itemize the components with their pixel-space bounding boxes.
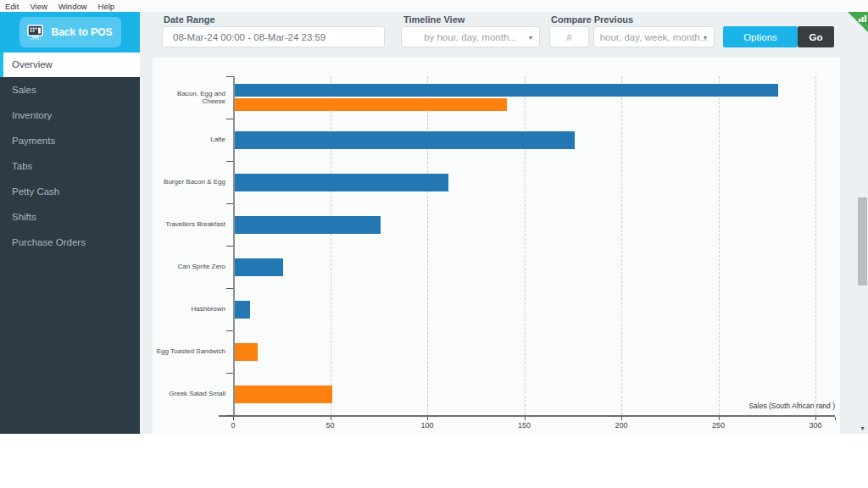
gridline-200 xyxy=(621,76,622,415)
scrollbar-thumb[interactable] xyxy=(858,197,867,286)
sidebar-item-purchase-orders[interactable]: Purchase Orders xyxy=(0,230,140,255)
chevron-down-icon: ▾ xyxy=(529,34,532,42)
y-tick xyxy=(226,330,233,331)
x-tick-200 xyxy=(621,417,622,420)
menubar: EditViewWindowHelp xyxy=(0,0,868,12)
y-tick xyxy=(226,119,233,119)
y-tick xyxy=(226,415,233,416)
x-tick-100 xyxy=(427,417,428,420)
date-range-label: Date Range xyxy=(164,14,215,25)
sidebar-item-sales[interactable]: Sales xyxy=(0,77,140,103)
compare-previous-label: Compare Previous xyxy=(551,14,633,25)
menu-item-help[interactable]: Help xyxy=(98,2,115,11)
x-tick-label-0: 0 xyxy=(216,421,250,430)
gridline-50 xyxy=(331,76,331,415)
bar-current-0 xyxy=(235,84,778,97)
bar-current-3 xyxy=(235,216,381,234)
gridline-100 xyxy=(427,76,428,415)
y-tick xyxy=(226,288,233,289)
category-label-1: Latte xyxy=(153,119,225,161)
back-to-pos-label: Back to POS xyxy=(51,26,112,38)
x-axis-line xyxy=(219,415,835,417)
sidebar-item-shifts[interactable]: Shifts xyxy=(0,204,140,230)
vertical-scrollbar: ▾ xyxy=(858,12,867,434)
category-label-5: Hashbrown xyxy=(153,288,225,330)
menu-item-view[interactable]: View xyxy=(30,2,47,11)
y-tick xyxy=(226,373,233,374)
x-axis-title: Sales (South African rand ) xyxy=(576,402,835,410)
sidebar-header: Back to POS xyxy=(0,12,140,53)
category-label-0: Bacon, Egg and Cheese xyxy=(153,76,225,119)
category-label-4: Can Sprite Zero xyxy=(153,246,225,288)
category-label-2: Burger Bacon & Egg xyxy=(153,161,225,203)
bar-current-1 xyxy=(235,131,575,149)
x-tick-0 xyxy=(233,417,234,420)
bar-chart: 050100150200250300Bacon, Egg and CheeseL… xyxy=(153,58,840,434)
x-tick-label-250: 250 xyxy=(702,421,736,430)
sidebar-item-petty-cash[interactable]: Petty Cash xyxy=(0,179,140,204)
category-label-7: Greek Salad Small xyxy=(153,373,225,415)
pos-terminal-icon xyxy=(27,25,46,40)
sidebar-item-overview[interactable]: Overview xyxy=(0,53,140,77)
timeline-view-select[interactable]: by hour, day, month... ▾ xyxy=(401,26,540,47)
date-range-input[interactable] xyxy=(162,26,385,47)
sidebar: Back to POS OverviewSalesInventoryPaymen… xyxy=(0,12,140,434)
gridline-300 xyxy=(815,76,816,415)
x-tick-label-200: 200 xyxy=(604,421,638,430)
bar-comparison-0 xyxy=(235,98,507,111)
x-tick-50 xyxy=(331,417,331,420)
gridline-150 xyxy=(525,76,526,415)
menu-item-window[interactable]: Window xyxy=(58,2,87,11)
x-tick-label-300: 300 xyxy=(798,421,832,430)
sidebar-item-tabs[interactable]: Tabs xyxy=(0,153,140,179)
gridline-250 xyxy=(719,76,720,415)
bar-comparison-7 xyxy=(235,385,332,403)
bar-current-5 xyxy=(235,301,250,319)
compare-count-input[interactable] xyxy=(549,26,589,47)
y-tick xyxy=(226,203,233,204)
x-tick-300 xyxy=(815,417,816,420)
main-area: Date Range Timeline View Compare Previou… xyxy=(140,12,868,434)
x-tick-label-50: 50 xyxy=(314,421,348,430)
sidebar-item-inventory[interactable]: Inventory xyxy=(0,103,140,128)
compare-unit-select[interactable]: hour, day, week, month... ▾ xyxy=(593,26,715,47)
bar-current-4 xyxy=(235,258,283,276)
bar-current-2 xyxy=(235,174,448,191)
x-tick-end xyxy=(835,417,836,420)
timeline-view-label: Timeline View xyxy=(403,14,465,25)
chart-card: 050100150200250300Bacon, Egg and CheeseL… xyxy=(153,58,840,434)
x-tick-250 xyxy=(719,417,720,420)
back-to-pos-button[interactable]: Back to POS xyxy=(19,17,121,47)
y-tick xyxy=(226,246,233,247)
y-tick xyxy=(226,76,233,77)
sidebar-item-payments[interactable]: Payments xyxy=(0,128,140,153)
category-label-6: Egg Toasted Sandwich xyxy=(153,330,225,373)
category-label-3: Travellers Breakfast xyxy=(153,203,225,246)
x-tick-label-100: 100 xyxy=(410,421,444,430)
chevron-down-icon: ▾ xyxy=(704,34,707,42)
x-tick-150 xyxy=(525,417,526,420)
y-axis-line xyxy=(233,76,235,415)
sidebar-nav: OverviewSalesInventoryPaymentsTabsPetty … xyxy=(0,53,140,255)
timeline-view-value: by hour, day, month... xyxy=(424,32,517,42)
scroll-down-icon[interactable]: ▾ xyxy=(858,424,867,432)
x-tick-label-150: 150 xyxy=(508,421,542,430)
bar-comparison-6 xyxy=(235,343,258,361)
go-button[interactable]: Go xyxy=(798,26,834,47)
menu-item-edit[interactable]: Edit xyxy=(5,2,19,11)
compare-unit-value: hour, day, week, month... xyxy=(600,32,709,42)
y-tick xyxy=(226,161,233,162)
options-button[interactable]: Options xyxy=(723,26,798,47)
